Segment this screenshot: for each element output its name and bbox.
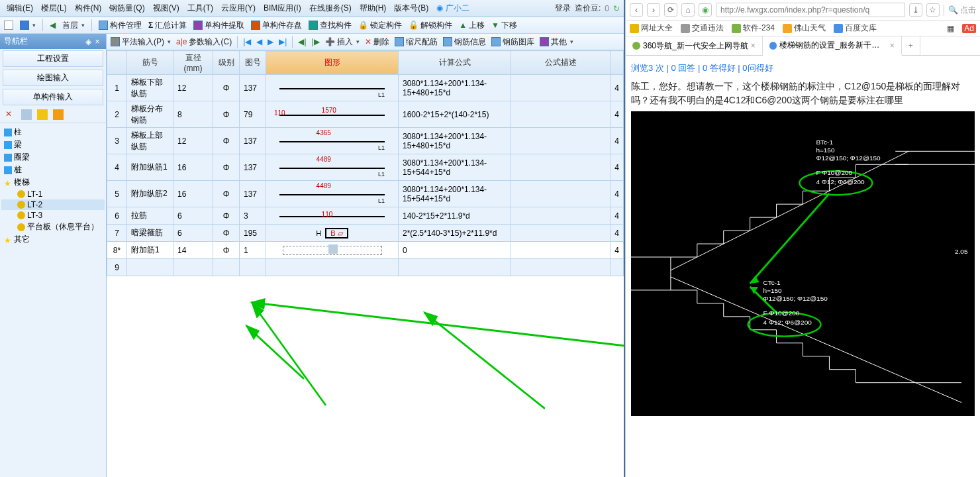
menu-help[interactable]: 帮助(H) [357,1,389,15]
rebar-name[interactable]: 附加纵筋2 [127,181,173,207]
rebar-diameter[interactable]: 14 [173,242,213,259]
move-up-button[interactable]: ▲上移 [459,20,485,31]
tree-item-LT-1[interactable]: LT-1 [1,189,105,199]
tree-item-楼梯[interactable]: ★楼梯 [1,176,105,189]
rebar-extra[interactable]: 4 [611,128,624,154]
nav-back-icon[interactable]: ◀ [50,21,56,30]
rebar-extra[interactable]: 4 [611,207,624,225]
row-number[interactable]: 3 [107,128,127,154]
browser-tab[interactable]: 360导航_新一代安全上网导航× [626,36,763,55]
rebar-name[interactable] [127,259,173,276]
rebar-shape[interactable]: 4365L1 [266,128,399,154]
table-row[interactable]: 8*附加筋114Φ104 [107,242,624,259]
rebar-image-no[interactable]: 3 [240,207,266,225]
table-row[interactable]: 9 [107,259,624,276]
nav-drawing-input[interactable]: 绘图输入 [3,70,103,86]
table-row[interactable]: 6拉筋6Φ3110140-2*15+2*11.9*d4 [107,207,624,225]
menu-cloud[interactable]: 云应用(Y) [219,1,258,15]
rebar-level[interactable] [213,259,240,276]
row-number[interactable]: 8* [107,242,127,259]
nav-project-settings[interactable]: 工程设置 [3,50,103,67]
rebar-grid[interactable]: 筋号直径(mm)级别图号图形计算公式公式描述 1梯板下部纵筋12Φ137L130… [107,50,624,477]
browser-tab[interactable]: 楼梯钢筋的设置_服务新干线|同× [763,36,902,56]
move-down-button[interactable]: ▼下移 [491,20,517,31]
menu-online[interactable]: 在线服务(S) [307,1,354,15]
menu-edit[interactable]: 编辑(E) [4,1,36,15]
new-button[interactable] [4,21,13,30]
tree-item-平台板（休息平台）[interactable]: 平台板（休息平台） [1,221,105,233]
rebar-desc[interactable] [511,154,611,181]
tree-item-梁[interactable]: 梁 [1,138,105,151]
table-row[interactable]: 3梯板上部纵筋12Φ1374365L13080*1.134+200*1.134-… [107,128,624,154]
find-component-button[interactable]: 查找构件 [309,20,352,31]
table-row[interactable]: 2梯板分布钢筋8Φ7911015701600-2*15+2*(140-2*15)… [107,101,624,128]
other-dropdown[interactable]: 其他 [540,36,573,48]
rebar-extra[interactable] [611,259,624,276]
rebar-formula[interactable]: 3080*1.134+200*1.134-15+480+15*d [399,75,511,101]
row-number[interactable]: 5 [107,181,127,207]
refresh-icon[interactable]: ↻ [613,4,620,13]
rebar-shape[interactable]: 110 [266,207,399,225]
rebar-level[interactable]: Φ [213,75,240,101]
rebar-shape[interactable] [266,259,399,276]
rebar-desc[interactable] [511,128,611,154]
broadcast-icon[interactable]: ◉ 广小二 [434,1,471,15]
close-icon[interactable]: × [93,37,102,46]
rebar-diameter[interactable]: 6 [173,207,213,225]
row-number[interactable]: 7 [107,225,127,242]
rebar-diameter[interactable]: 6 [173,225,213,242]
rebar-diameter[interactable]: 12 [173,75,213,101]
col-header-4[interactable]: 图号 [240,51,266,75]
menu-component[interactable]: 构件(N) [72,1,105,15]
rebar-level[interactable]: Φ [213,225,240,242]
rebar-name[interactable]: 附加筋1 [127,242,173,259]
rebar-desc[interactable] [511,242,611,259]
rebar-diameter[interactable]: 16 [173,181,213,207]
rebar-formula[interactable]: 2*(2.5*140-3*15)+2*11.9*d [399,225,511,242]
rebar-formula[interactable]: 0 [399,242,511,259]
rebar-shape[interactable]: 4489L1 [266,154,399,181]
row-number[interactable]: 4 [107,154,127,181]
rebar-desc[interactable] [511,207,611,225]
rebar-extra[interactable]: 4 [611,242,624,259]
col-header-7[interactable]: 公式描述 [511,51,611,75]
login-link[interactable]: 登录 [555,3,571,14]
rebar-name[interactable]: 附加纵筋1 [127,154,173,181]
rebar-desc[interactable] [511,225,611,242]
rebar-desc[interactable] [511,101,611,128]
rebar-desc[interactable] [511,75,611,101]
rebar-image-no[interactable]: 137 [240,128,266,154]
rebar-level[interactable]: Φ [213,242,240,259]
rebar-name[interactable]: 梯板下部纵筋 [127,75,173,101]
search-hint[interactable]: 🔍 点击 [944,5,976,16]
component-tree[interactable]: 柱梁圈梁桩★楼梯LT-1LT-2LT-3平台板（休息平台）★其它 [0,123,106,477]
table-row[interactable]: 5附加纵筋216Φ1374489L13080*1.134+200*1.134-1… [107,181,624,207]
menu-bim[interactable]: BIM应用(I) [261,1,304,15]
rebar-extra[interactable]: 4 [611,225,624,242]
menu-version[interactable]: 版本号(B) [391,1,431,15]
paste-special-icon[interactable] [53,109,64,120]
rebar-desc[interactable] [511,181,611,207]
table-row[interactable]: 7暗梁箍筋6Φ195H B ▱2*(2.5*140-3*15)+2*11.9*d… [107,225,624,242]
goto-prev-icon[interactable]: ◀| [298,37,306,46]
forward-button[interactable]: › [647,3,660,17]
col-header-6[interactable]: 计算公式 [399,51,511,75]
param-input-button[interactable]: a|e 参数输入(C) [176,36,232,48]
menu-tools[interactable]: 工具(T) [185,1,216,15]
col-header-1[interactable]: 筋号 [127,51,173,75]
rebar-image-no[interactable]: 195 [240,225,266,242]
menu-view[interactable]: 视图(V) [150,1,182,15]
rebar-shape[interactable]: 1101570 [266,101,399,128]
bookmark-交通违法[interactable]: 交通违法 [681,23,724,34]
row-number[interactable]: 1 [107,75,127,101]
nav-last-icon[interactable]: ▶| [279,37,287,46]
rebar-extra[interactable]: 4 [611,75,624,101]
bookmark-百度文库[interactable]: 百度文库 [834,23,877,34]
delete-icon[interactable]: ✕ [5,109,16,120]
home-button[interactable]: ⌂ [681,3,695,17]
goto-next-icon[interactable]: |▶ [312,37,320,46]
rebar-formula[interactable]: 3080*1.134+200*1.134-15+480+15*d [399,128,511,154]
rebar-formula[interactable]: 140-2*15+2*11.9*d [399,207,511,225]
nav-prev-icon[interactable]: ◀ [256,37,262,46]
adblock-icon[interactable]: Ad [962,24,976,33]
